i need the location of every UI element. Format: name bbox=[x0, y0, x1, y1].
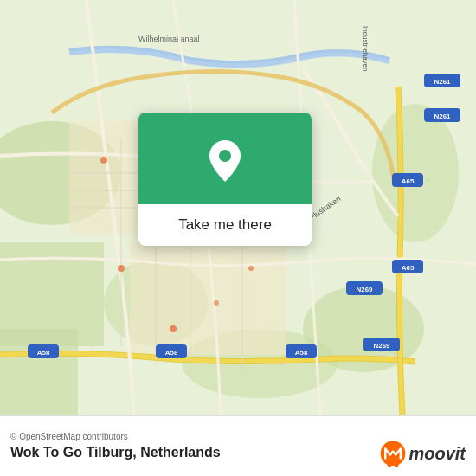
svg-point-34 bbox=[118, 265, 125, 272]
svg-rect-9 bbox=[130, 242, 286, 355]
map-container: Wilhelminakanaal bbox=[0, 0, 476, 415]
svg-text:N269: N269 bbox=[356, 286, 373, 293]
svg-point-40 bbox=[219, 150, 231, 162]
svg-text:N269: N269 bbox=[373, 342, 390, 350]
svg-text:A58: A58 bbox=[165, 349, 178, 357]
svg-text:A58: A58 bbox=[37, 349, 50, 357]
svg-text:Wilhelminakanaal: Wilhelminakanaal bbox=[138, 35, 200, 43]
take-me-there-button[interactable]: Take me there bbox=[138, 204, 312, 246]
moovit-icon bbox=[379, 440, 407, 467]
location-pin-icon bbox=[204, 137, 246, 185]
svg-text:N261: N261 bbox=[434, 78, 451, 86]
moovit-logo: moovit bbox=[379, 440, 466, 467]
svg-text:Industriehaven: Industriehaven bbox=[362, 26, 370, 71]
svg-rect-7 bbox=[0, 329, 78, 415]
svg-text:A65: A65 bbox=[402, 177, 415, 185]
svg-point-41 bbox=[381, 441, 406, 466]
card-green-section bbox=[138, 113, 312, 204]
svg-point-35 bbox=[170, 325, 177, 332]
svg-text:N261: N261 bbox=[434, 113, 451, 120]
app: Wilhelminakanaal bbox=[0, 0, 476, 476]
svg-point-36 bbox=[248, 266, 254, 271]
moovit-brand-text: moovit bbox=[408, 444, 466, 464]
svg-text:A65: A65 bbox=[402, 264, 415, 272]
svg-point-32 bbox=[100, 157, 107, 164]
svg-text:A58: A58 bbox=[295, 349, 308, 357]
bottom-bar: © OpenStreetMap contributors Wok To Go T… bbox=[0, 415, 476, 476]
take-me-there-card[interactable]: Take me there bbox=[138, 113, 312, 246]
svg-point-38 bbox=[214, 300, 219, 306]
